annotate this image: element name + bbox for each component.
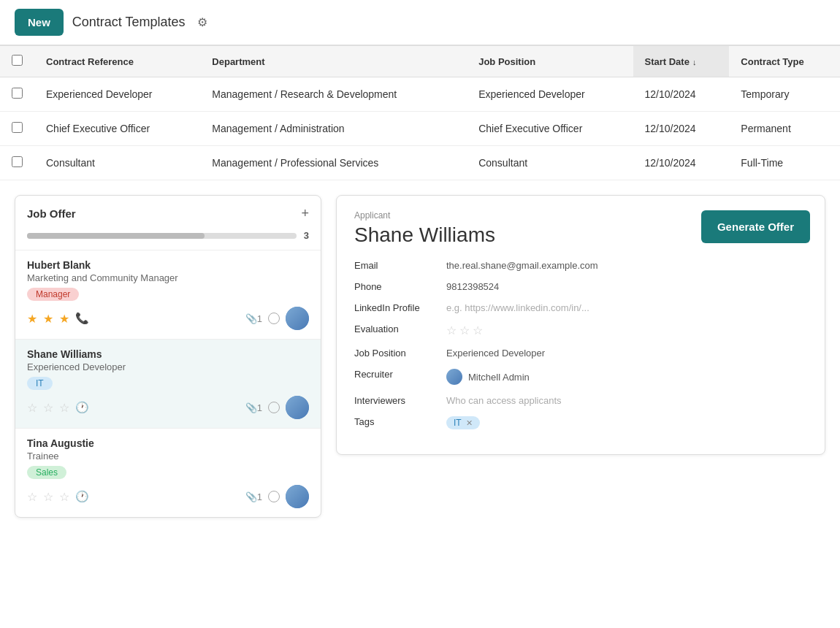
- table-header-row: Contract Reference Department Job Positi…: [0, 46, 840, 77]
- interviewers-placeholder[interactable]: Who can access applicants: [446, 395, 562, 406]
- recruiter-avatar: [446, 369, 462, 385]
- applicant-meta: ★★★ 📞 📎1: [27, 307, 309, 330]
- table-row[interactable]: Consultant Management / Professional Ser…: [0, 146, 840, 180]
- job-position-row: Job Position Experienced Developer: [354, 348, 807, 359]
- applicant-meta: ☆☆☆ 🕐 📎1: [27, 396, 309, 419]
- progress-count: 3: [304, 230, 309, 241]
- avatar-image: [286, 485, 309, 508]
- status-circle-icon: [268, 313, 280, 324]
- avatar-image: [286, 307, 309, 330]
- avatar-image: [286, 396, 309, 419]
- cell-department: Management / Research & Development: [200, 77, 467, 112]
- cell-contract-type: Full-Time: [729, 146, 840, 180]
- progress-bar-fill: [27, 233, 205, 239]
- cell-start-date: 12/10/2024: [633, 146, 730, 180]
- applicant-role: Marketing and Community Manager: [27, 272, 309, 283]
- status-circle-icon: [268, 402, 280, 413]
- linkedin-placeholder[interactable]: e.g. https://www.linkedin.com/in/...: [446, 302, 589, 313]
- col-contract-reference: Contract Reference: [34, 46, 200, 77]
- applicant-name: Shane Williams: [27, 348, 309, 360]
- star-filled-icon: ★: [59, 312, 69, 326]
- applicant-tag: Sales: [27, 466, 66, 479]
- recruiter-row: Recruiter Mitchell Admin: [354, 369, 807, 385]
- job-offer-title: Job Offer: [27, 207, 76, 220]
- col-department: Department: [200, 46, 467, 77]
- tag-it: IT ✕: [446, 416, 480, 429]
- job-position-value: Experienced Developer: [446, 348, 545, 359]
- avatar: [286, 307, 309, 330]
- cell-contract-type: Permanent: [729, 112, 840, 146]
- star-1-icon[interactable]: ☆: [446, 323, 457, 337]
- star-2-icon[interactable]: ☆: [459, 323, 470, 337]
- cell-department: Management / Administration: [200, 112, 467, 146]
- linkedin-label: LinkedIn Profile: [354, 302, 435, 313]
- star-filled-icon: ★: [43, 312, 53, 326]
- applicant-name: Tina Augustie: [27, 437, 309, 449]
- avatar: [286, 485, 309, 508]
- row-checkbox-col[interactable]: [0, 112, 34, 146]
- tags-label: Tags: [354, 416, 435, 427]
- applicant-role: Experienced Developer: [27, 361, 309, 372]
- row-checkbox-col[interactable]: [0, 77, 34, 112]
- contract-templates-table: Contract Reference Department Job Positi…: [0, 45, 840, 180]
- cell-contract-ref: Experienced Developer: [34, 77, 200, 112]
- select-all-checkbox-col[interactable]: [0, 46, 34, 77]
- evaluation-label: Evaluation: [354, 323, 435, 334]
- gear-icon[interactable]: ⚙: [197, 15, 207, 29]
- progress-bar-bg: [27, 233, 297, 239]
- star-empty-icon: ☆: [59, 401, 69, 415]
- clock-icon: 🕐: [75, 401, 89, 414]
- cell-contract-ref: Chief Executive Officer: [34, 112, 200, 146]
- applicant-role: Trainee: [27, 451, 309, 462]
- email-row: Email the.real.shane@gmail.example.com: [354, 260, 807, 271]
- applicant-item[interactable]: Shane Williams Experienced Developer IT …: [15, 339, 321, 428]
- evaluation-row: Evaluation ☆ ☆ ☆: [354, 323, 807, 337]
- row-checkbox-col[interactable]: [0, 146, 34, 180]
- page-title: Contract Templates: [72, 15, 186, 30]
- star-empty-icon: ☆: [43, 401, 53, 415]
- evaluation-stars[interactable]: ☆ ☆ ☆: [446, 323, 483, 337]
- sort-arrow-icon: ↓: [692, 58, 697, 66]
- row-checkbox[interactable]: [12, 156, 23, 167]
- cell-contract-type: Temporary: [729, 77, 840, 112]
- cell-job-position: Chief Executive Officer: [467, 112, 633, 146]
- status-circle-icon: [268, 491, 280, 502]
- phone-row: Phone 9812398524: [354, 281, 807, 292]
- star-empty-icon: ☆: [43, 490, 53, 504]
- cell-start-date: 12/10/2024: [633, 77, 730, 112]
- new-button[interactable]: New: [15, 9, 64, 36]
- table-row[interactable]: Chief Executive Officer Management / Adm…: [0, 112, 840, 146]
- interviewers-row: Interviewers Who can access applicants: [354, 395, 807, 406]
- phone-icon: 📞: [75, 312, 89, 325]
- applicants-list: Hubert Blank Marketing and Community Man…: [15, 250, 321, 517]
- applicant-item[interactable]: Tina Augustie Trainee Sales ☆☆☆ 🕐 📎1: [15, 428, 321, 517]
- applicant-tag: Manager: [27, 288, 79, 301]
- applicant-name: Hubert Blank: [27, 259, 309, 271]
- add-applicant-button[interactable]: +: [301, 206, 309, 221]
- progress-row: 3: [15, 227, 321, 250]
- tag-it-label: IT: [454, 418, 462, 428]
- email-value: the.real.shane@gmail.example.com: [446, 260, 598, 271]
- star-empty-icon: ☆: [27, 490, 37, 504]
- job-offer-card: Job Offer + 3 Hubert Blank Marketing and…: [15, 195, 321, 518]
- cell-start-date: 12/10/2024: [633, 112, 730, 146]
- cell-job-position: Experienced Developer: [467, 77, 633, 112]
- table-row[interactable]: Experienced Developer Management / Resea…: [0, 77, 840, 112]
- generate-offer-button[interactable]: Generate Offer: [701, 210, 810, 243]
- select-all-checkbox[interactable]: [12, 55, 23, 66]
- paperclip-icon: 📎1: [245, 402, 262, 413]
- applicant-meta: ☆☆☆ 🕐 📎1: [27, 485, 309, 508]
- applicant-tag: IT: [27, 377, 53, 390]
- col-start-date[interactable]: Start Date↓: [633, 46, 730, 77]
- recruiter-name: Mitchell Admin: [468, 372, 530, 383]
- tag-remove-icon[interactable]: ✕: [466, 418, 473, 428]
- linkedin-row: LinkedIn Profile e.g. https://www.linked…: [354, 302, 807, 313]
- recruiter-value: Mitchell Admin: [446, 369, 530, 385]
- applicant-item[interactable]: Hubert Blank Marketing and Community Man…: [15, 250, 321, 339]
- lower-section: Job Offer + 3 Hubert Blank Marketing and…: [0, 180, 840, 532]
- star-3-icon[interactable]: ☆: [473, 323, 483, 337]
- job-offer-header: Job Offer +: [15, 196, 321, 227]
- row-checkbox[interactable]: [12, 122, 23, 133]
- email-label: Email: [354, 260, 435, 271]
- row-checkbox[interactable]: [12, 88, 23, 99]
